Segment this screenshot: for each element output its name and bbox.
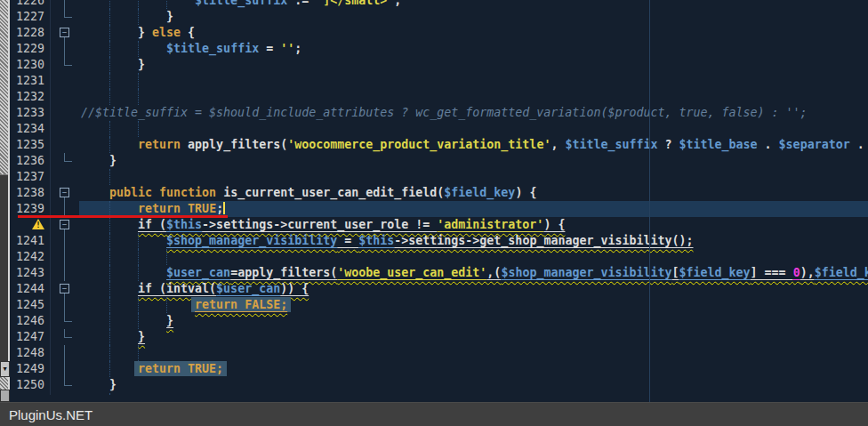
code-line[interactable]: 1251 [11, 393, 868, 395]
code-line[interactable]: 1242 [11, 249, 868, 265]
fold-margin [50, 137, 79, 153]
indent-guide [138, 265, 139, 281]
code-line[interactable]: 1243 $user_can=apply_filters('woobe_user… [11, 265, 868, 281]
vertical-scrollbar-thumb[interactable] [0, 174, 8, 363]
code-line[interactable]: 1238− public function is_current_user_ca… [11, 185, 868, 201]
code-text: return FALSE; [79, 297, 868, 313]
code-line[interactable]: 1231 [11, 73, 868, 89]
code-line[interactable]: 1248 [11, 345, 868, 361]
fold-collapse-icon[interactable]: − [60, 284, 69, 293]
line-number[interactable]: 1243 [11, 265, 50, 281]
code-line[interactable]: 1247 } [11, 329, 868, 345]
error-underline-marker [18, 215, 228, 218]
fold-margin [50, 0, 79, 9]
scroll-down-button[interactable]: ▼ [0, 361, 10, 377]
line-number[interactable]: 1235 [11, 137, 50, 153]
code-line[interactable]: 1237 [11, 169, 868, 185]
line-number[interactable]: 1241 [11, 233, 50, 249]
line-number[interactable]: 1229 [11, 41, 50, 57]
line-number[interactable]: 1237 [11, 169, 50, 185]
line-number[interactable]: 1226 [11, 0, 50, 9]
line-number[interactable]: 1230 [11, 57, 50, 73]
line-number[interactable]: 1249 [11, 361, 50, 377]
line-number[interactable]: 1247 [11, 329, 50, 345]
indent-guide [166, 0, 167, 9]
fold-margin [50, 105, 79, 121]
scrollbar-lower-button[interactable] [0, 390, 10, 402]
indent-guide [109, 249, 110, 265]
code-text [79, 169, 868, 185]
indent-guide [109, 313, 110, 329]
code-text [79, 73, 868, 89]
code-line[interactable]: 1245 return FALSE; [11, 297, 868, 313]
code-line[interactable]: 1227 } [11, 9, 868, 25]
line-number[interactable]: 1245 [11, 297, 50, 313]
code-line[interactable]: 1226 $title_suffix .= ']</small>'; [11, 0, 868, 9]
indent-guide [109, 329, 110, 345]
line-number[interactable]: 1236 [11, 153, 50, 169]
line-number[interactable]: 1231 [11, 73, 50, 89]
fold-margin [50, 73, 79, 89]
fold-collapse-icon[interactable]: − [60, 28, 69, 37]
line-number[interactable]: 1228 [11, 25, 50, 41]
code-line[interactable]: 1232 [11, 89, 868, 105]
line-number[interactable]: 1251 [11, 393, 50, 395]
code-line[interactable]: 1250 } [11, 377, 868, 393]
code-line[interactable]: 1234 [11, 121, 868, 137]
code-text: } [79, 377, 868, 393]
code-line[interactable]: 1235 return apply_filters('woocommerce_p… [11, 137, 868, 153]
line-number[interactable]: 1248 [11, 345, 50, 361]
code-line[interactable]: 1230 } [11, 57, 868, 73]
code-text: $title_suffix .= ']</small>'; [79, 0, 868, 9]
gutter-warning-cell[interactable]: ! [11, 217, 50, 233]
code-line[interactable]: !− if ($this->settings->current_user_rol… [11, 217, 868, 233]
line-number[interactable]: 1242 [11, 249, 50, 265]
fold-collapse-icon[interactable]: − [60, 220, 69, 229]
code-text: } [79, 57, 868, 73]
indent-guide [166, 249, 167, 265]
code-text: public function is_current_user_can_edit… [79, 185, 868, 201]
code-editor-window: 1226 $title_suffix .= ']</small>';1227 }… [0, 0, 868, 426]
code-text [79, 121, 868, 137]
line-number[interactable]: 1250 [11, 377, 50, 393]
line-number[interactable]: 1233 [11, 105, 50, 121]
fold-margin [50, 249, 79, 265]
indent-guide [109, 121, 110, 137]
indent-guide [138, 297, 139, 313]
code-line[interactable]: 1246 } [11, 313, 868, 329]
indent-guide [138, 233, 139, 249]
fold-margin [50, 233, 79, 249]
line-number[interactable]: 1244 [11, 281, 50, 297]
fold-collapse-icon[interactable]: − [60, 188, 69, 197]
fold-margin[interactable]: − [50, 25, 79, 41]
line-number[interactable]: 1238 [11, 185, 50, 201]
line-number[interactable]: 1246 [11, 313, 50, 329]
code-text [79, 345, 868, 361]
fold-margin[interactable]: − [50, 185, 79, 201]
code-line[interactable]: 1229 $title_suffix = ''; [11, 41, 868, 57]
indent-guide [109, 137, 110, 153]
code-text: return apply_filters('woocommerce_produc… [79, 137, 868, 153]
code-line[interactable]: 1249 return TRUE; [11, 361, 868, 377]
code-text: $title_suffix = ''; [79, 41, 868, 57]
code-text: $shop_manager_visibility = $this->settin… [79, 233, 868, 249]
indent-guide [109, 89, 110, 105]
code-line[interactable]: 1233//$title_suffix = $should_include_at… [11, 105, 868, 121]
line-number[interactable]: 1234 [11, 121, 50, 137]
line-number[interactable]: 1232 [11, 89, 50, 105]
code-text: } [79, 313, 868, 329]
code-text: if ($this->settings->current_user_role !… [79, 217, 868, 233]
fold-margin[interactable]: − [50, 217, 79, 233]
code-text: } [79, 153, 868, 169]
code-text [79, 249, 868, 265]
code-line[interactable]: 1244− if (intval($user_can)) { [11, 281, 868, 297]
code-line[interactable]: 1241 $shop_manager_visibility = $this->s… [11, 233, 868, 249]
fold-margin [50, 265, 79, 281]
line-number[interactable]: 1227 [11, 9, 50, 25]
code-area[interactable]: 1226 $title_suffix .= ']</small>';1227 }… [11, 0, 868, 395]
code-text: //$title_suffix = $should_include_attrib… [79, 105, 868, 121]
fold-margin[interactable]: − [50, 281, 79, 297]
code-line[interactable]: 1236 } [11, 153, 868, 169]
indent-guide [109, 297, 110, 313]
code-line[interactable]: 1228− } else { [11, 25, 868, 41]
